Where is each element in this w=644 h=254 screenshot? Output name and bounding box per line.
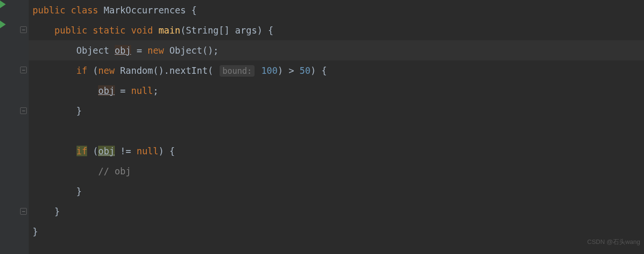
code-line[interactable]: public class MarkOccurrences { — [29, 0, 644, 20]
keyword: if — [77, 65, 88, 76]
watermark: CSDN @石头wang — [587, 232, 640, 252]
keyword: static — [93, 25, 126, 35]
code-line[interactable]: obj = null; — [29, 81, 644, 101]
code-line[interactable] — [29, 121, 644, 141]
variable-occurrence: obj — [98, 85, 114, 96]
keyword: public — [55, 25, 88, 35]
keyword: void — [131, 25, 153, 35]
constructor: Object() — [169, 45, 213, 56]
fold-icon[interactable] — [20, 107, 27, 114]
brace: } — [55, 206, 60, 217]
code-line[interactable]: public static void main(String[] args) { — [29, 20, 644, 40]
code-line[interactable]: } — [29, 181, 644, 201]
code-editor[interactable]: public class MarkOccurrences { public st… — [29, 0, 644, 242]
code-line[interactable]: } — [29, 201, 644, 221]
code-line[interactable]: if (obj != null) { — [29, 141, 644, 161]
keyword-highlighted: if — [77, 146, 88, 156]
keyword: new — [147, 45, 164, 56]
code-line-active[interactable]: Object obj = new Object(); — [29, 40, 644, 60]
code-line[interactable]: } — [29, 221, 644, 242]
brace: { — [268, 25, 273, 35]
method-name: main — [158, 25, 180, 35]
keyword: new — [98, 65, 114, 76]
fold-icon[interactable] — [20, 67, 27, 73]
number-literal: 50 — [300, 65, 311, 76]
number-literal: 100 — [261, 65, 278, 76]
class-name: MarkOccurrences — [104, 5, 186, 15]
brace: } — [77, 186, 82, 196]
code-line[interactable]: if (new Random().nextInt( bound: 100) > … — [29, 60, 644, 81]
comment: // obj — [98, 166, 131, 176]
run-gutter-icon[interactable] — [0, 0, 6, 8]
fold-icon[interactable] — [20, 26, 27, 33]
variable-occurrence: obj — [115, 45, 131, 56]
brace: } — [77, 105, 82, 116]
code-line[interactable]: } — [29, 101, 644, 121]
parameter-hint: bound: — [220, 65, 255, 77]
editor-gutter — [0, 0, 29, 254]
keyword: null — [131, 85, 153, 96]
param-name: args — [235, 25, 257, 35]
keyword: public — [33, 5, 66, 15]
keyword: null — [136, 146, 158, 156]
code-line[interactable]: // obj — [29, 161, 644, 181]
brace: { — [191, 5, 197, 15]
keyword: class — [71, 5, 98, 15]
brace: } — [33, 226, 38, 237]
variable-occurrence: obj — [98, 146, 114, 156]
fold-icon[interactable] — [20, 208, 27, 215]
run-gutter-icon[interactable] — [0, 21, 6, 28]
type: Object — [77, 45, 110, 56]
method-call: nextInt( — [169, 65, 213, 76]
param-type: String[] — [186, 25, 230, 35]
